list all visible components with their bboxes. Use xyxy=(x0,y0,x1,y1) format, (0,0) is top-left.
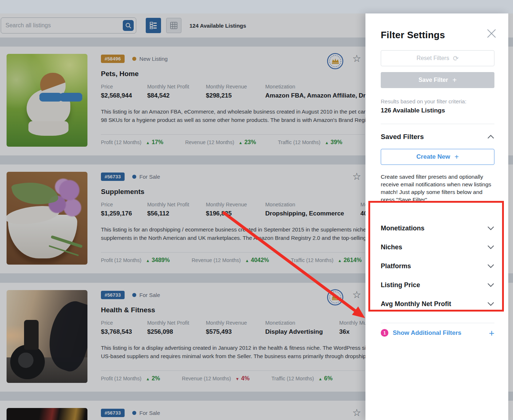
listing-thumbnail[interactable] xyxy=(7,290,87,383)
card-divider xyxy=(101,252,365,253)
saved-filters-header[interactable]: Saved Filters xyxy=(381,133,494,141)
step-number-badge: 1 xyxy=(381,329,388,337)
trend-icon xyxy=(245,257,249,264)
listing-thumbnail[interactable] xyxy=(7,54,87,147)
thumbnail-shape xyxy=(24,320,39,350)
trend-icon xyxy=(235,375,239,382)
favorite-star-icon[interactable]: ☆ xyxy=(352,290,361,300)
filter-section-monetizations[interactable]: Monetizations xyxy=(381,219,494,238)
listing-title: Supplements xyxy=(101,188,144,196)
close-icon[interactable] xyxy=(486,28,497,39)
price-value: $2,568,944 xyxy=(101,92,147,99)
listing-thumbnail[interactable] xyxy=(7,172,87,265)
panel-title: Filter Settings xyxy=(381,29,494,41)
reset-filters-button[interactable]: Reset Filters ⟳ xyxy=(381,50,494,66)
monetization-value: Amazon FBA, Amazon Affiliate, Drop... xyxy=(265,92,378,99)
filter-section-avg-monthly-net-profit[interactable]: Avg Monthly Net Profit xyxy=(381,294,494,313)
chevron-down-icon xyxy=(487,283,494,287)
thumbnail-shape xyxy=(28,121,68,136)
status-dot-icon xyxy=(132,293,136,297)
listing-status: For Sale xyxy=(140,410,160,416)
monetization-label: Monetization xyxy=(265,202,344,207)
show-additional-filters[interactable]: 1 Show Additional Filters + xyxy=(381,329,494,337)
create-new-button[interactable]: Create New + xyxy=(381,149,494,165)
card-view-toggle[interactable] xyxy=(146,18,161,33)
stat-item: Traffic (12 Months) 2614% xyxy=(291,257,361,264)
thumbnail-shape xyxy=(10,345,45,379)
price-value: $3,768,543 xyxy=(101,328,147,336)
card-divider xyxy=(101,134,365,135)
stat-item: Traffic (12 Months) 39% xyxy=(278,139,342,146)
trend-icon xyxy=(325,139,329,146)
revenue-label: Monthly Revenue xyxy=(206,84,265,90)
status-dot-icon xyxy=(132,175,136,179)
search-icon xyxy=(125,23,132,29)
plus-icon: + xyxy=(453,76,457,84)
stat-item: Traffic (12 Months) 6% xyxy=(271,375,333,382)
plus-icon: + xyxy=(454,153,459,161)
listing-id-badge: #56733 xyxy=(101,291,125,299)
stat-item: Revenue (12 Months) 4% xyxy=(182,375,250,382)
net-profit-label: Monthly Net Profit xyxy=(147,320,206,326)
status-dot-icon xyxy=(132,411,136,415)
chevron-up-icon xyxy=(487,135,494,139)
favorite-star-icon[interactable]: ☆ xyxy=(352,172,361,182)
listing-id-badge: #58496 xyxy=(101,55,125,63)
saved-filters-help-text: Create saved filter presets and optional… xyxy=(381,173,494,203)
stat-item: Revenue (12 Months) 23% xyxy=(185,139,256,146)
card-divider xyxy=(101,371,365,371)
thumbnail-shape xyxy=(42,95,63,100)
filter-settings-panel: Filter Settings Reset Filters ⟳ Save Fil… xyxy=(365,13,508,420)
net-profit-label: Monthly Net Profit xyxy=(147,202,206,207)
net-profit-value: $84,542 xyxy=(147,92,206,99)
refresh-icon: ⟳ xyxy=(453,54,459,63)
net-profit-label: Monthly Net Profit xyxy=(147,84,206,90)
status-dot-icon xyxy=(132,57,136,61)
financing-approved-badge xyxy=(327,289,344,307)
filter-section-platforms[interactable]: Platforms xyxy=(381,257,494,276)
price-label: Price xyxy=(101,202,147,207)
table-view-toggle[interactable] xyxy=(166,18,181,33)
revenue-label: Monthly Revenue xyxy=(206,202,265,207)
trend-icon xyxy=(338,257,342,264)
monetization-value: Display Advertising xyxy=(265,328,323,336)
search-button[interactable] xyxy=(123,20,134,31)
card-view-icon xyxy=(149,21,158,30)
stat-item: Profit (12 Months) 2% xyxy=(101,375,160,382)
favorite-star-icon[interactable]: ☆ xyxy=(352,408,361,418)
monetization-label: Monetization xyxy=(265,84,378,90)
revenue-value: $196,835 xyxy=(206,210,265,217)
trend-icon xyxy=(146,375,150,382)
listing-status: For Sale xyxy=(140,292,160,298)
trend-icon xyxy=(318,375,322,382)
price-value: $1,259,176 xyxy=(101,210,147,217)
chevron-down-icon xyxy=(487,264,494,268)
listing-title: Pets, Home xyxy=(101,70,138,78)
search-input[interactable] xyxy=(1,17,136,33)
favorite-star-icon[interactable]: ☆ xyxy=(352,54,361,64)
price-label: Price xyxy=(101,320,147,326)
trend-icon xyxy=(146,139,150,146)
revenue-label: Monthly Revenue xyxy=(206,320,265,326)
stat-item: Revenue (12 Months) 4042% xyxy=(192,257,269,264)
available-listings-count: 124 Available Listings xyxy=(189,23,246,29)
filter-section-niches[interactable]: Niches xyxy=(381,238,494,257)
listing-thumbnail[interactable] xyxy=(7,408,87,420)
results-count: 126 Available Listings xyxy=(381,107,494,114)
search-field-wrap xyxy=(1,17,136,33)
monetization-label: Monetization xyxy=(265,320,323,326)
filter-section-listing-price[interactable]: Listing Price xyxy=(381,276,494,294)
filter-sections-list: Monetizations Niches Platforms Listing P… xyxy=(381,219,494,313)
chevron-down-icon xyxy=(487,226,494,230)
listing-id-badge: #56733 xyxy=(101,409,125,417)
revenue-value: $575,493 xyxy=(206,328,265,336)
chevron-down-icon xyxy=(487,302,494,306)
financing-approved-badge xyxy=(327,53,344,71)
save-filter-button[interactable]: Save Filter + xyxy=(381,72,494,88)
trend-icon xyxy=(146,257,150,264)
plus-icon: + xyxy=(489,329,494,337)
panel-divider xyxy=(381,323,494,323)
monetization-value: Dropshipping, Ecommerce xyxy=(265,210,344,217)
net-profit-value: $256,098 xyxy=(147,328,206,336)
stat-item: Profit (12 Months) 17% xyxy=(101,139,163,146)
